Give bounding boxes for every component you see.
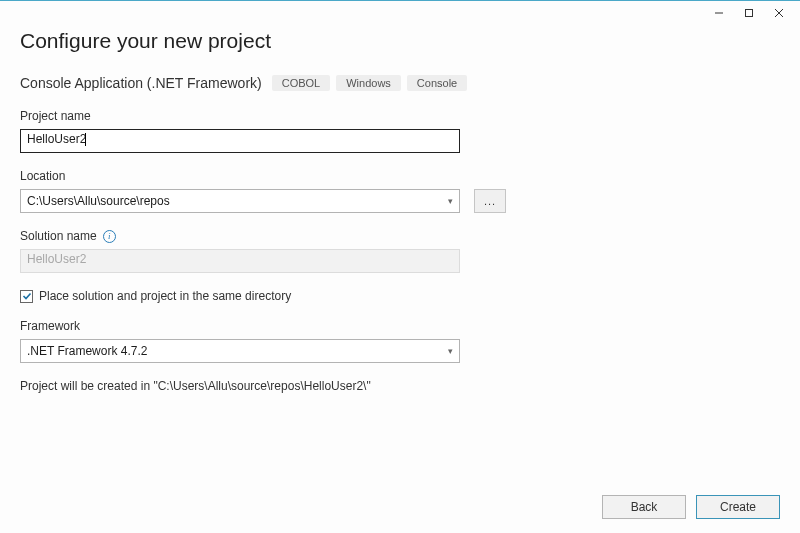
solution-name-input: HelloUser2 (20, 249, 460, 273)
footer-buttons: Back Create (602, 495, 780, 519)
tag-cobol: COBOL (272, 75, 331, 91)
solution-name-label: Solution name i (20, 229, 780, 243)
solution-name-value: HelloUser2 (27, 252, 86, 266)
check-icon (22, 291, 32, 301)
browse-button[interactable]: ... (474, 189, 506, 213)
close-icon (774, 8, 784, 18)
status-prefix: Project will be created in (20, 379, 153, 393)
location-row: Location C:\Users\Allu\source\repos ▾ ..… (20, 169, 780, 213)
same-directory-checkbox[interactable] (20, 290, 33, 303)
template-name: Console Application (.NET Framework) (20, 75, 262, 91)
info-icon[interactable]: i (103, 230, 116, 243)
tag-console: Console (407, 75, 467, 91)
project-name-row: Project name HelloUser2 (20, 109, 780, 153)
creation-path-status: Project will be created in "C:\Users\All… (20, 379, 780, 393)
status-path: "C:\Users\Allu\source\repos\HelloUser2\" (153, 379, 370, 393)
text-caret (85, 133, 86, 146)
same-directory-row: Place solution and project in the same d… (20, 289, 780, 303)
location-combo[interactable]: C:\Users\Allu\source\repos ▾ (20, 189, 460, 213)
subtitle-row: Console Application (.NET Framework) COB… (20, 75, 780, 91)
framework-row: Framework .NET Framework 4.7.2 ▾ (20, 319, 780, 363)
solution-name-row: Solution name i HelloUser2 (20, 229, 780, 273)
same-directory-label: Place solution and project in the same d… (39, 289, 291, 303)
titlebar (0, 1, 800, 25)
minimize-icon (714, 8, 724, 18)
solution-name-label-text: Solution name (20, 229, 97, 243)
project-name-input[interactable]: HelloUser2 (20, 129, 460, 153)
project-name-label: Project name (20, 109, 780, 123)
close-button[interactable] (764, 3, 794, 23)
create-label: Create (720, 500, 756, 514)
minimize-button[interactable] (704, 3, 734, 23)
tag-windows: Windows (336, 75, 401, 91)
create-button[interactable]: Create (696, 495, 780, 519)
location-value: C:\Users\Allu\source\repos (27, 194, 170, 208)
framework-value: .NET Framework 4.7.2 (27, 344, 147, 358)
same-directory-checkbox-row[interactable]: Place solution and project in the same d… (20, 289, 780, 303)
maximize-button[interactable] (734, 3, 764, 23)
framework-label: Framework (20, 319, 780, 333)
chevron-down-icon: ▾ (448, 346, 453, 356)
back-button[interactable]: Back (602, 495, 686, 519)
chevron-down-icon: ▾ (448, 196, 453, 206)
browse-label: ... (484, 195, 496, 207)
content-area: Configure your new project Console Appli… (0, 25, 800, 533)
page-title: Configure your new project (20, 29, 780, 53)
svg-rect-1 (746, 10, 753, 17)
template-tags: COBOL Windows Console (272, 75, 468, 91)
location-label: Location (20, 169, 780, 183)
back-label: Back (631, 500, 658, 514)
maximize-icon (744, 8, 754, 18)
project-name-value: HelloUser2 (27, 132, 86, 146)
new-project-dialog: Configure your new project Console Appli… (0, 0, 800, 533)
framework-combo[interactable]: .NET Framework 4.7.2 ▾ (20, 339, 460, 363)
